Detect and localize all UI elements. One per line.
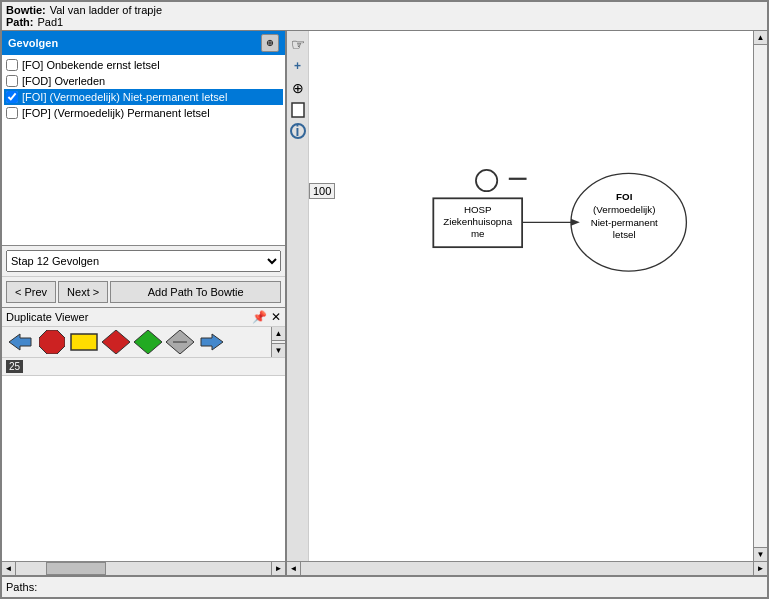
gevolgen-item-label-2: [FOI] (Vermoedelijk) Niet-permanent lets… [22,91,227,103]
shape-arrow-right[interactable] [198,331,226,353]
page-tool[interactable] [289,101,307,119]
add-tool[interactable]: + [289,57,307,75]
svg-text:HOSP: HOSP [464,204,492,215]
paths-bar: Paths: [2,575,767,597]
duplicate-viewer: Duplicate Viewer 📌 ✕ [2,307,285,357]
right-panel: ☞ + ⊕ i 100 [287,31,767,575]
svg-text:letsel: letsel [613,229,636,240]
dv-scroll-down[interactable]: ▼ [272,343,285,357]
dv-scroll-up[interactable]: ▲ [272,327,285,341]
bowtie-value: Val van ladder of trapje [50,4,162,16]
shape-gray-diamond[interactable] [166,331,194,353]
paths-label: Paths: [6,581,37,593]
diagram-area[interactable]: 100 HOSP Ziekenhuisopna me [309,31,753,561]
main-container: Bowtie: Val van ladder of trapje Path: P… [0,0,769,599]
bottom-scroll-right[interactable]: ► [753,562,767,576]
gevolgen-header: Gevolgen ⊕ [2,31,285,55]
gevolgen-item-label-0: [FO] Onbekende ernst letsel [22,59,160,71]
svg-text:me: me [471,228,485,239]
step-selector: Stap 12 Gevolgen [2,245,285,276]
svg-rect-8 [292,103,304,117]
gevolgen-item-1[interactable]: [FOD] Overleden [4,73,283,89]
svg-text:Ziekenhuisopna: Ziekenhuisopna [443,216,512,227]
svg-marker-7 [201,334,223,350]
gevolgen-checkbox-2[interactable] [6,91,18,103]
scroll-left-btn[interactable]: ◄ [2,562,16,576]
gevolgen-checkbox-0[interactable] [6,59,18,71]
left-panel: Gevolgen ⊕ [FO] Onbekende ernst letsel [… [2,31,287,575]
scroll-thumb[interactable] [46,562,106,575]
right-scroll-track [754,45,767,547]
right-scrollbar[interactable]: ▲ ▼ [753,31,767,561]
scroll-top-btn[interactable]: ▲ [754,31,767,45]
duplicate-viewer-header: Duplicate Viewer 📌 ✕ [2,308,285,327]
number-badge: 25 [6,360,23,373]
duplicate-viewer-controls: 📌 ✕ [252,310,281,324]
svg-text:FOI: FOI [616,191,633,202]
prev-button[interactable]: < Prev [6,281,56,303]
bottom-scrollbar[interactable]: ◄ ► [287,561,767,575]
svg-marker-0 [9,334,31,350]
content-area: Gevolgen ⊕ [FO] Onbekende ernst letsel [… [2,31,767,575]
duplicate-viewer-title: Duplicate Viewer [6,311,88,323]
dv-scrollbar[interactable]: ▲ ▼ [271,327,285,357]
svg-marker-4 [134,330,162,354]
svg-text:Niet-permanent: Niet-permanent [591,217,658,228]
bottom-scroll-left[interactable]: ◄ [287,562,301,576]
shape-green-diamond[interactable] [134,331,162,353]
cursor-tool[interactable]: ☞ [289,35,307,53]
path-label: Path: [6,16,34,28]
step-dropdown[interactable]: Stap 12 Gevolgen [6,250,281,272]
svg-text:(Vermoedelijk): (Vermoedelijk) [593,204,655,215]
svg-marker-1 [39,330,65,354]
vertical-toolbar: ☞ + ⊕ i [287,31,309,561]
move-tool[interactable]: ⊕ [289,79,307,97]
gevolgen-item-0[interactable]: [FO] Onbekende ernst letsel [4,57,283,73]
bowtie-label: Bowtie: [6,4,46,16]
gevolgen-item-2[interactable]: [FOI] (Vermoedelijk) Niet-permanent lets… [4,89,283,105]
scroll-bottom-btn[interactable]: ▼ [754,547,767,561]
close-icon[interactable]: ✕ [271,310,281,324]
gevolgen-item-3[interactable]: [FOP] (Vermoedelijk) Permanent letsel [4,105,283,121]
pin-icon[interactable]: 📌 [252,310,267,324]
gevolgen-item-label-1: [FOD] Overleden [22,75,105,87]
gevolgen-checkbox-3[interactable] [6,107,18,119]
zoom-label: 100 [309,183,335,199]
shape-yellow-rect[interactable] [70,331,98,353]
gevolgen-checkbox-1[interactable] [6,75,18,87]
number-badge-area: 25 [2,357,285,375]
nav-buttons: < Prev Next > Add Path To Bowtie [2,276,285,307]
duplicate-content [2,327,271,357]
add-path-button[interactable]: Add Path To Bowtie [110,281,281,303]
diagram-with-toolbar: ☞ + ⊕ i 100 [287,31,767,561]
gevolgen-title: Gevolgen [8,37,58,49]
gevolgen-item-label-3: [FOP] (Vermoedelijk) Permanent letsel [22,107,210,119]
scroll-right-btn[interactable]: ► [271,562,285,576]
diagram-svg: HOSP Ziekenhuisopna me FOI (Vermoedelijk… [309,31,753,561]
gevolgen-header-icon[interactable]: ⊕ [261,34,279,52]
svg-rect-2 [71,334,97,350]
next-button[interactable]: Next > [58,281,108,303]
svg-point-9 [476,170,497,191]
shape-red-diamond[interactable] [102,331,130,353]
left-scrollbar[interactable]: ◄ ► [2,561,285,575]
info-bar: Bowtie: Val van ladder of trapje Path: P… [2,2,767,31]
gevolgen-list: [FO] Onbekende ernst letsel [FOD] Overle… [2,55,285,245]
info-tool[interactable]: i [290,123,306,139]
shape-red-octagon[interactable] [38,331,66,353]
empty-area [2,375,285,562]
shape-arrow-left[interactable] [6,331,34,353]
path-value: Pad1 [38,16,64,28]
scroll-track [16,562,271,575]
svg-marker-3 [102,330,130,354]
svg-marker-16 [571,219,580,226]
